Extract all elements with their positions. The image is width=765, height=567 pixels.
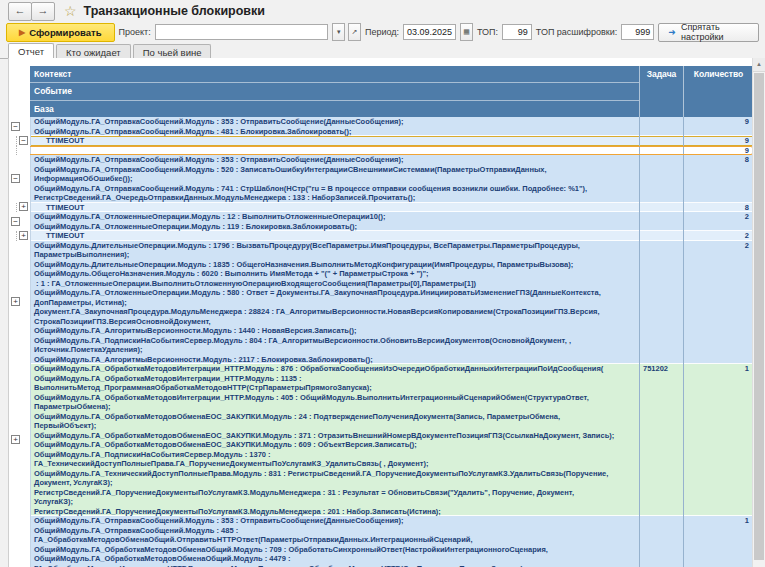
- context-cell[interactable]: TTIMEOUT: [30, 203, 640, 213]
- task-cell[interactable]: [640, 136, 684, 146]
- generate-button[interactable]: ▶ Сформировать: [6, 23, 115, 42]
- count-cell[interactable]: 1: [684, 364, 753, 516]
- hide-settings-arrow-icon: ➜: [668, 27, 676, 37]
- vertical-scrollbar[interactable]: ▲: [752, 58, 765, 567]
- event-row[interactable]: +TTIMEOUT2: [9, 231, 753, 241]
- context-cell[interactable]: ОбщийМодуль.ГА_ОбработкаМетодовИнтеграци…: [30, 364, 640, 516]
- context-cell[interactable]: ОбщийМодуль.ДлительныеОперации.Модуль : …: [30, 241, 640, 365]
- tree-cell: +: [9, 241, 30, 365]
- stack-line: TTIMEOUT: [31, 136, 639, 146]
- count-cell[interactable]: 9: [684, 136, 753, 146]
- task-cell[interactable]: [640, 516, 684, 567]
- stack-line: ОбщийМодуль.ГА_ОбработкаМетодовОбменаОбщ…: [31, 545, 639, 555]
- forward-icon: →: [38, 4, 49, 16]
- stack-line: ОбщийМодуль.ГА_ОтложенныеОперации.Модуль…: [31, 212, 639, 222]
- context-row[interactable]: +ОбщийМодуль.ГА_ОбработкаМетодовИнтеграц…: [9, 364, 753, 516]
- context-row[interactable]: +ОбщийМодуль.ДлительныеОперации.Модуль :…: [9, 241, 753, 365]
- context-cell[interactable]: TTIMEOUT: [30, 136, 640, 146]
- count-value: 8: [684, 203, 752, 213]
- stack-line: ГА_ТехническийДоступПолныеПрава.ГА_Поруч…: [31, 459, 639, 469]
- collapse-icon[interactable]: −: [11, 122, 20, 131]
- task-cell[interactable]: [640, 241, 684, 365]
- context-row[interactable]: −ОбщийМодуль.ГА_ОтложенныеОперации.Модул…: [9, 212, 753, 231]
- count-cell[interactable]: 2: [684, 241, 753, 365]
- tree-cell: +: [9, 203, 30, 213]
- tree-cell: −: [9, 117, 30, 136]
- stack-line: ОбщийМодуль.ГА_АлгоритмыВерсионности.Мод…: [31, 326, 639, 336]
- stack-line: ОбщийМодуль.ГА_ОбработкаМетодовИнтеграци…: [31, 374, 639, 384]
- tab-who-waits[interactable]: Кто ожидает: [56, 44, 131, 59]
- expand-icon[interactable]: +: [11, 435, 20, 444]
- base-row[interactable]: 9: [9, 146, 753, 156]
- tree-cell: +: [9, 231, 30, 241]
- context-cell[interactable]: ОбщийМодуль.ГА_ОтложенныеОперации.Модуль…: [30, 212, 640, 231]
- count-cell[interactable]: 8: [684, 203, 753, 213]
- task-cell[interactable]: [640, 146, 684, 156]
- forward-button[interactable]: →: [31, 2, 55, 21]
- back-icon: ←: [15, 4, 26, 16]
- expand-icon[interactable]: +: [19, 231, 28, 240]
- favorite-star-icon[interactable]: ☆: [64, 4, 77, 18]
- project-label: Проект:: [119, 27, 151, 37]
- calendar-icon: ▦: [463, 28, 470, 36]
- context-row[interactable]: ОбщийМодуль.ГА_ОтправкаСообщений.Модуль …: [9, 516, 753, 567]
- task-cell[interactable]: [640, 155, 684, 203]
- context-cell[interactable]: [30, 146, 640, 156]
- back-button[interactable]: ←: [8, 2, 32, 21]
- stack-line: ОбщийМодуль.ГА_ОтправкаСообщений.Модуль …: [31, 155, 639, 165]
- count-cell[interactable]: 9: [684, 146, 753, 156]
- tree-connector-line: [16, 231, 17, 241]
- count-cell[interactable]: 8: [684, 155, 753, 203]
- top-input[interactable]: 99: [502, 24, 532, 40]
- scroll-up-button[interactable]: ▲: [753, 58, 765, 72]
- expand-icon[interactable]: +: [19, 202, 28, 211]
- count-value: 9: [684, 146, 752, 156]
- stack-line: ОбщийМодуль.ГА_ПодпискиНаСобытияСервер.М…: [31, 450, 639, 460]
- event-row[interactable]: +TTIMEOUT8: [9, 203, 753, 213]
- expand-icon[interactable]: +: [11, 297, 20, 306]
- stack-line: ОбщийМодуль.ГА_ОтправкаСообщений.Модуль …: [31, 117, 639, 127]
- stack-line: СтрокаПозицииГПЗ.ВерсияОсновнойДокумент,: [31, 317, 639, 327]
- tab-report[interactable]: Отчет: [8, 43, 54, 59]
- header-base: База: [30, 101, 639, 117]
- task-cell[interactable]: [640, 212, 684, 231]
- task-cell[interactable]: [640, 203, 684, 213]
- count-cell[interactable]: 1: [684, 516, 753, 567]
- task-cell[interactable]: [640, 231, 684, 241]
- context-cell[interactable]: ОбщийМодуль.ГА_ОтправкаСообщений.Модуль …: [30, 516, 640, 567]
- collapse-icon[interactable]: −: [11, 174, 20, 183]
- tree-cell: −: [9, 155, 30, 203]
- event-row[interactable]: −TTIMEOUT9: [9, 136, 753, 146]
- tree-connector-line: [16, 203, 17, 213]
- stack-line: ОбщийМодуль.ОбщегоНазначения.Модуль : 60…: [31, 269, 639, 279]
- hide-settings-button[interactable]: ➜ Спрятать настройки: [658, 23, 759, 42]
- context-row[interactable]: −ОбщийМодуль.ГА_ОтправкаСообщений.Модуль…: [9, 117, 753, 136]
- project-input[interactable]: [155, 24, 329, 40]
- task-cell[interactable]: [640, 117, 684, 136]
- stack-line: ОбщийМодуль.ГА_ОбработкаМетодовОбменаЕОС…: [31, 440, 639, 450]
- header-context-group: Контекст Событие База: [30, 66, 640, 117]
- top-detail-input[interactable]: 999: [621, 24, 654, 40]
- count-cell[interactable]: 9: [684, 117, 753, 136]
- stack-line: ОбщийМодуль.ДлительныеОперации.Модуль : …: [31, 241, 639, 251]
- context-row[interactable]: −ОбщийМодуль.ГА_ОтправкаСообщений.Модуль…: [9, 155, 753, 203]
- context-cell[interactable]: TTIMEOUT: [30, 231, 640, 241]
- stack-line: Документ.ГА_ЗакупочнаяПроцедура.МодульМе…: [31, 307, 639, 317]
- period-input[interactable]: 03.09.2025: [403, 24, 456, 40]
- project-dropdown-button[interactable]: ▾: [332, 23, 345, 41]
- task-cell[interactable]: 751202: [640, 364, 684, 516]
- tree-cell: −: [9, 212, 30, 231]
- context-cell[interactable]: ОбщийМодуль.ГА_ОтправкаСообщений.Модуль …: [30, 117, 640, 136]
- stack-line: ДопПараметры, Истина);: [31, 298, 639, 308]
- collapse-icon[interactable]: −: [11, 217, 20, 226]
- stack-line: ВыполнитьМетод_ПрограммнаяОбработкаМетод…: [31, 383, 639, 393]
- stack-line: ОбщийМодуль.ГА_ОбработкаМетодовОбменаЕОС…: [31, 431, 639, 441]
- project-open-button[interactable]: ↗: [348, 23, 361, 41]
- collapse-icon[interactable]: −: [19, 136, 28, 145]
- scrollbar-thumb[interactable]: [754, 73, 764, 560]
- count-cell[interactable]: 2: [684, 231, 753, 241]
- count-cell[interactable]: 2: [684, 212, 753, 231]
- context-cell[interactable]: ОбщийМодуль.ГА_ОтправкаСообщений.Модуль …: [30, 155, 640, 203]
- calendar-button[interactable]: ▦: [460, 23, 473, 41]
- tab-whose-fault[interactable]: По чьей вине: [133, 44, 212, 59]
